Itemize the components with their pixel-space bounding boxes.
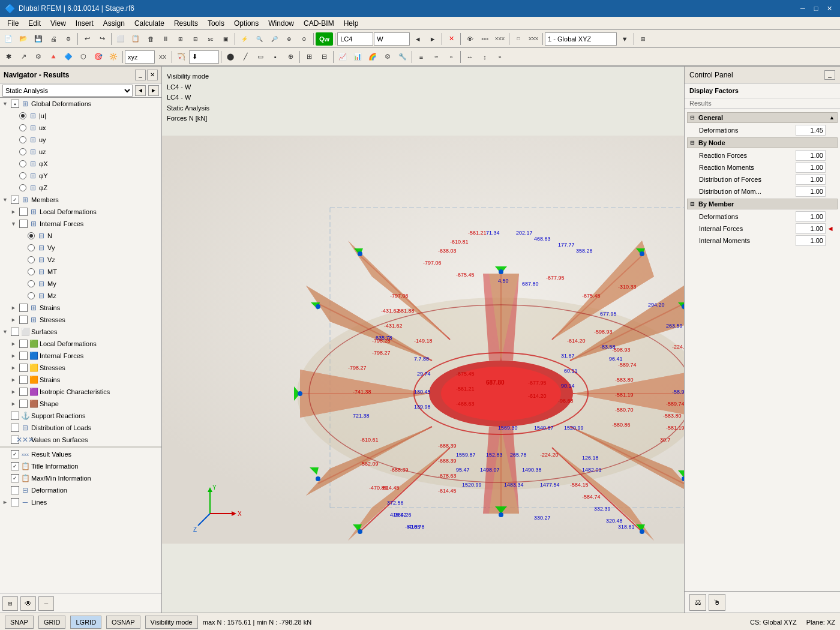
tb-new[interactable]: 📄 (1, 32, 16, 46)
tree-vy[interactable]: ⊟ Vy (0, 242, 161, 254)
tree-abs-u[interactable]: ⊟ |u| (0, 110, 161, 122)
tb-b4[interactable]: sc (203, 32, 218, 46)
tree-title-info[interactable]: 📋 Title Information (0, 460, 161, 472)
tree-maxmin-info[interactable]: 📋 Max/Min Information (0, 472, 161, 484)
tree-surf-stresses[interactable]: ► 🟨 Stresses (0, 362, 161, 374)
tree-surf-shape[interactable]: ► 🟫 Shape (0, 398, 161, 410)
radio-ux[interactable] (19, 124, 26, 131)
tree-n[interactable]: ⊟ N (0, 230, 161, 242)
cb-surf-iso[interactable] (19, 388, 28, 396)
tb2-chart2[interactable]: 📊 (350, 50, 365, 64)
tb-copy[interactable]: ⬜ (113, 32, 128, 46)
tb2-solid[interactable]: ▪ (268, 50, 283, 64)
tree-phiz[interactable]: ⊟ φZ (0, 182, 161, 194)
tb2-more4[interactable]: » (444, 50, 458, 64)
nav-btn-display[interactable]: ─ (38, 596, 54, 611)
tb-b7[interactable]: 🔍 (252, 32, 266, 46)
tb2-b8[interactable]: 🔆 (106, 50, 121, 64)
menu-cad-bim[interactable]: CAD-BIM (299, 18, 339, 29)
tree-members[interactable]: ▼ ⊞ Members (0, 194, 161, 206)
radio-n[interactable] (28, 232, 35, 239)
tb-lc4-dropdown[interactable]: LC4 (337, 32, 373, 46)
tb-left-arr[interactable]: ◄ (410, 32, 425, 46)
tree-ux[interactable]: ⊟ ux (0, 122, 161, 134)
tb2-b7[interactable]: 🎯 (91, 50, 106, 64)
nav-btn-model[interactable]: ⊞ (2, 596, 18, 611)
cp-dist-forces-value[interactable]: 1.00 (796, 174, 826, 185)
radio-vy[interactable] (28, 244, 35, 251)
cp-bynode-header[interactable]: ⊟ By Node (687, 137, 838, 148)
cb-surf-shape[interactable] (19, 400, 28, 408)
radio-uz[interactable] (19, 148, 26, 155)
tree-global-deformations[interactable]: ▼ ⊞ Global Deformations (0, 98, 161, 110)
canvas-area[interactable]: Visibility mode LC4 - W LC4 - W Static A… (162, 67, 840, 613)
tb-delete[interactable]: 🗑 (143, 32, 158, 46)
cb-stresses[interactable] (19, 316, 28, 324)
cp-bm-int-moments-value[interactable]: 1.00 (796, 235, 826, 246)
menu-insert[interactable]: Insert (71, 18, 98, 29)
tb-b1[interactable]: Ⅲ (158, 32, 173, 46)
tb2-chart5[interactable]: 🔧 (395, 50, 410, 64)
tb-last-btn[interactable]: ⊞ (636, 32, 650, 46)
tb-dropdown-arrow[interactable]: ▼ (617, 32, 632, 46)
tb2-node[interactable]: ⬤ (223, 50, 238, 64)
cb-strains[interactable] (19, 304, 28, 312)
menu-results[interactable]: Results (169, 18, 203, 29)
tb2-xyz-dropdown[interactable]: xyz (125, 50, 155, 64)
tree-dist-loads[interactable]: ⊟ Distribution of Loads (0, 422, 161, 434)
cp-reaction-moments-value[interactable]: 1.00 (796, 162, 826, 173)
close-button[interactable]: ✕ (823, 4, 835, 13)
tb2-chart4[interactable]: ⚙ (380, 50, 395, 64)
cb-dist-loads[interactable] (11, 424, 19, 432)
tree-surf-local-def[interactable]: ► 🟩 Local Deformations (0, 338, 161, 350)
tb2-b6[interactable]: ⬡ (76, 50, 91, 64)
nav-arr-left[interactable]: ◄ (135, 85, 146, 96)
tree-uy[interactable]: ⊟ uy (0, 134, 161, 146)
tb-open[interactable]: 📂 (16, 32, 31, 46)
nav-close[interactable]: ✕ (147, 70, 158, 80)
tree-lines[interactable]: ► ─ Lines (0, 496, 161, 508)
tree-support-react[interactable]: ⚓ Support Reactions (0, 410, 161, 422)
radio-uy[interactable] (19, 136, 26, 143)
tree-uz[interactable]: ⊟ uz (0, 146, 161, 158)
tree-result-values[interactable]: xxx Result Values (0, 448, 161, 460)
tree-my[interactable]: ⊟ My (0, 278, 161, 290)
cb-lines[interactable] (11, 498, 19, 506)
tb2-b2[interactable]: ↗ (16, 50, 31, 64)
tb-b6[interactable]: ⚡ (237, 32, 251, 46)
tb-qw-button[interactable]: Qw (316, 32, 333, 46)
tree-phiy[interactable]: ⊟ φY (0, 170, 161, 182)
cb-surf-strains[interactable] (19, 376, 28, 384)
menu-options[interactable]: Options (229, 18, 263, 29)
tb-redo[interactable]: ↪ (95, 32, 109, 46)
cb-maxmin-info[interactable] (11, 474, 19, 482)
tree-deformation[interactable]: ⊟ Deformation (0, 484, 161, 496)
tb2-chart3[interactable]: 🌈 (365, 50, 380, 64)
tree-surf-strains[interactable]: ► 🟧 Strains (0, 374, 161, 386)
tb-b5[interactable]: ▣ (218, 32, 233, 46)
cp-reaction-forces-value[interactable]: 1.00 (796, 150, 826, 161)
tb-b10[interactable]: ⊙ (297, 32, 311, 46)
tree-surf-iso[interactable]: ► 🟪 Isotropic Characteristics (0, 386, 161, 398)
cb-deformation[interactable] (11, 486, 19, 494)
radio-phix[interactable] (19, 160, 26, 167)
lgrid-button[interactable]: LGRID (70, 616, 101, 629)
nav-btn-eye[interactable]: 👁 (20, 596, 36, 611)
cb-surfaces[interactable] (11, 328, 19, 336)
tb2-arrow-set[interactable]: 🏹 (174, 50, 188, 64)
cp-bm-int-forces-value[interactable]: 1.00 (796, 223, 826, 234)
tb2-xx-btn[interactable]: XX (155, 50, 170, 64)
tree-surf-int-forces[interactable]: ► 🟦 Internal Forces (0, 350, 161, 362)
cp-minimize-button[interactable]: _ (824, 70, 835, 80)
radio-my[interactable] (28, 280, 35, 287)
cp-bm-deformations-value[interactable]: 1.00 (796, 211, 826, 222)
tb2-scale2[interactable]: ↕ (478, 50, 492, 64)
tree-internal-forces[interactable]: ▼ ⊞ Internal Forces (0, 218, 161, 230)
cp-general-header[interactable]: ⊟ General ▲ (687, 112, 838, 123)
tb-v1[interactable]: □ (511, 32, 526, 46)
tb2-surface[interactable]: ▭ (253, 50, 268, 64)
tb-xxx2[interactable]: XXX (493, 32, 507, 46)
nav-controls[interactable]: _ ✕ (135, 70, 158, 80)
tb2-chart1[interactable]: 📈 (335, 50, 350, 64)
tb-cross[interactable]: ✕ (444, 32, 458, 46)
